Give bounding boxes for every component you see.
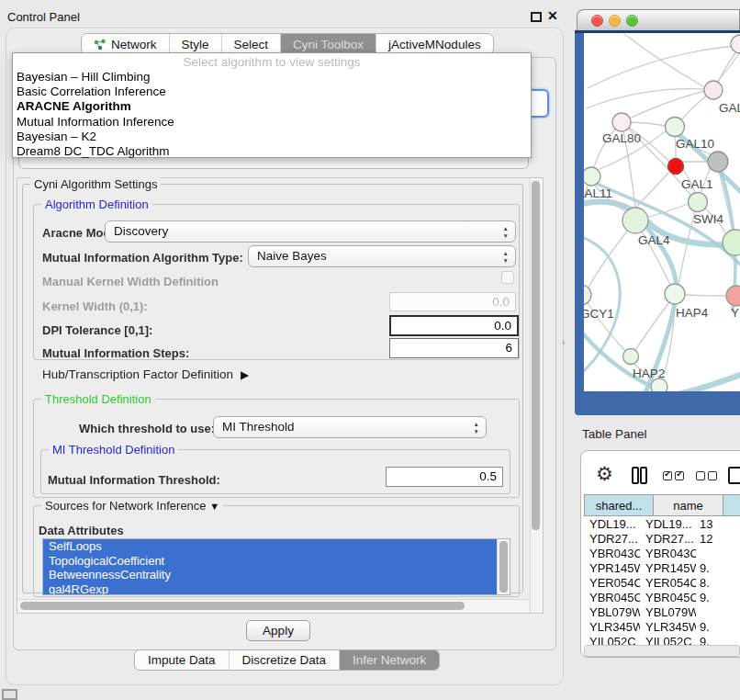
- minimize-traffic-light-icon[interactable]: [609, 15, 621, 27]
- attribute-scroll-thumb[interactable]: [499, 541, 508, 593]
- algorithm-option[interactable]: Basic Correlation Inference: [13, 85, 531, 99]
- network-node[interactable]: [731, 35, 740, 53]
- vertical-scroll-thumb[interactable]: [532, 181, 540, 530]
- table-row[interactable]: YDR27...YDR27...12: [584, 531, 740, 546]
- tab-select[interactable]: Select: [222, 34, 282, 54]
- table-cell: 13: [696, 517, 740, 531]
- algorithm-option[interactable]: Dream8 DC_TDC Algorithm: [13, 144, 531, 159]
- tab-jactivemnodules[interactable]: jActiveMNodules: [376, 34, 493, 54]
- table-row[interactable]: YPR145WYPR145W9.: [584, 560, 740, 575]
- select-all-checkboxes-icon[interactable]: [663, 471, 684, 480]
- table-cell: YBR045C: [640, 591, 696, 604]
- apply-button[interactable]: Apply: [246, 620, 310, 641]
- network-node[interactable]: [704, 81, 723, 99]
- column-header[interactable]: [723, 494, 740, 516]
- table-row[interactable]: YLR345WYLR345W9.: [584, 619, 740, 634]
- zoom-traffic-light-icon[interactable]: [626, 15, 638, 27]
- network-edge[interactable]: [684, 295, 725, 296]
- mi-steps-field[interactable]: 6: [389, 338, 519, 358]
- network-edge[interactable]: [622, 91, 705, 122]
- deselect-all-checkboxes-icon[interactable]: [696, 471, 717, 480]
- attribute-item[interactable]: SelfLoops: [43, 539, 497, 554]
- table-cell: YDL19...: [584, 517, 640, 531]
- tab-label: Style: [182, 38, 209, 51]
- algorithm-definition-legend: Algorithm Definition: [41, 198, 152, 211]
- algorithm-option[interactable]: Bayesian – K2: [13, 130, 531, 144]
- inference-algorithm-combo-fragment[interactable]: [530, 89, 549, 118]
- table-row[interactable]: YBL079WYBL079W: [584, 604, 740, 619]
- close-icon[interactable]: ✕: [547, 8, 558, 23]
- table-cell: YBR045C: [584, 591, 640, 604]
- aracne-mode-combo[interactable]: Discovery: [105, 220, 516, 243]
- network-node[interactable]: [708, 152, 728, 172]
- data-attributes-list[interactable]: SelfLoopsTopologicalCoefficientBetweenne…: [42, 538, 510, 595]
- network-node[interactable]: [726, 286, 740, 306]
- attribute-list-scrollbar[interactable]: [497, 539, 510, 594]
- hub-definition-label: Hub/Transcription Factor Definition: [42, 367, 233, 381]
- network-node[interactable]: [665, 284, 685, 304]
- manual-kernel-checkbox[interactable]: [501, 271, 514, 284]
- which-threshold-combo[interactable]: MI Threshold: [213, 416, 487, 438]
- dpi-tolerance-field[interactable]: 0.0: [389, 315, 519, 336]
- network-node[interactable]: [622, 208, 648, 233]
- tab-infer-network[interactable]: Infer Network: [340, 650, 439, 670]
- column-layout-icon[interactable]: [632, 467, 648, 484]
- horizontal-scroll-thumb[interactable]: [20, 602, 465, 610]
- table-row[interactable]: YER054CYER054C8.: [584, 575, 740, 590]
- node-label: GAL10: [676, 137, 714, 151]
- table-body: YDL19...YDL19...13YDR27...YDR27...12YBR0…: [584, 516, 740, 646]
- attribute-item[interactable]: gal4RGexp: [43, 582, 497, 596]
- tab-discretize-data[interactable]: Discretize Data: [230, 650, 341, 670]
- network-node[interactable]: [651, 378, 667, 391]
- kernel-width-label: Kernel Width (0,1):: [42, 299, 148, 313]
- algorithm-option[interactable]: Bayesian – Hill Climbing: [13, 70, 531, 85]
- mi-threshold-field[interactable]: 0.5: [386, 467, 503, 487]
- network-graph[interactable]: GALGAL80GAL10GAL1SWI4GAL11GAL4GCY1HAP4YH…: [584, 33, 740, 391]
- table-cell: 9.: [696, 620, 740, 634]
- table-panel-title: Table Panel: [582, 427, 647, 441]
- table-horizontal-scrollbar[interactable]: [584, 645, 740, 657]
- attribute-item[interactable]: BetweennessCentrality: [43, 568, 497, 582]
- hub-definition-toggle[interactable]: Hub/Transcription Factor Definition▶: [42, 367, 249, 381]
- network-node[interactable]: [668, 159, 684, 175]
- tab-network[interactable]: Network: [82, 34, 170, 54]
- algorithm-option[interactable]: ARACNE Algorithm: [13, 99, 531, 114]
- network-node[interactable]: [689, 193, 708, 212]
- table-row[interactable]: YBR045CYBR045C9.: [584, 590, 740, 604]
- network-node[interactable]: [612, 113, 631, 131]
- combo-arrows-icon: [474, 421, 479, 435]
- new-column-icon[interactable]: [728, 467, 740, 484]
- algorithm-option[interactable]: Mutual Information Inference: [13, 115, 531, 130]
- network-edge[interactable]: [635, 173, 668, 208]
- close-traffic-light-icon[interactable]: [591, 15, 603, 27]
- network-node[interactable]: [623, 349, 639, 365]
- tab-cyni-toolbox[interactable]: Cyni Toolbox: [281, 34, 376, 54]
- network-edge[interactable]: [586, 89, 705, 108]
- network-canvas[interactable]: GALGAL80GAL10GAL1SWI4GAL11GAL4GCY1HAP4YH…: [584, 33, 740, 391]
- float-window-icon[interactable]: [531, 12, 542, 22]
- network-node[interactable]: [584, 285, 591, 305]
- tab-style[interactable]: Style: [170, 34, 222, 54]
- splitter-handle[interactable]: ‹: [562, 337, 565, 347]
- attribute-item[interactable]: TopologicalCoefficient: [43, 554, 497, 569]
- tab-label: Network: [111, 38, 157, 51]
- network-node[interactable]: [666, 118, 685, 137]
- column-header[interactable]: shared...: [584, 494, 654, 516]
- algorithm-dropdown-popup: Select algorithm to view settings Bayesi…: [12, 52, 532, 158]
- table-row[interactable]: YBR043CYBR043C: [584, 546, 740, 560]
- network-edge[interactable]: [716, 53, 739, 83]
- tab-impute-data[interactable]: Impute Data: [135, 650, 230, 670]
- tab-label: Select: [234, 38, 269, 51]
- gear-icon[interactable]: ⚙: [596, 463, 613, 485]
- network-edge[interactable]: [624, 34, 705, 87]
- node-label: GCY1: [584, 307, 614, 321]
- collapsed-panel-icon[interactable]: [2, 689, 17, 700]
- column-header[interactable]: name: [654, 494, 723, 516]
- node-label: GAL4: [638, 233, 670, 247]
- table-row[interactable]: YDL19...YDL19...13: [584, 516, 740, 531]
- kernel-width-field[interactable]: 0.0: [389, 292, 516, 311]
- sources-legend[interactable]: Sources for Network Inference ▼: [41, 499, 223, 513]
- network-window-titlebar[interactable]: [577, 9, 740, 30]
- mi-type-combo[interactable]: Naive Bayes: [248, 245, 516, 267]
- network-node[interactable]: [584, 167, 600, 186]
